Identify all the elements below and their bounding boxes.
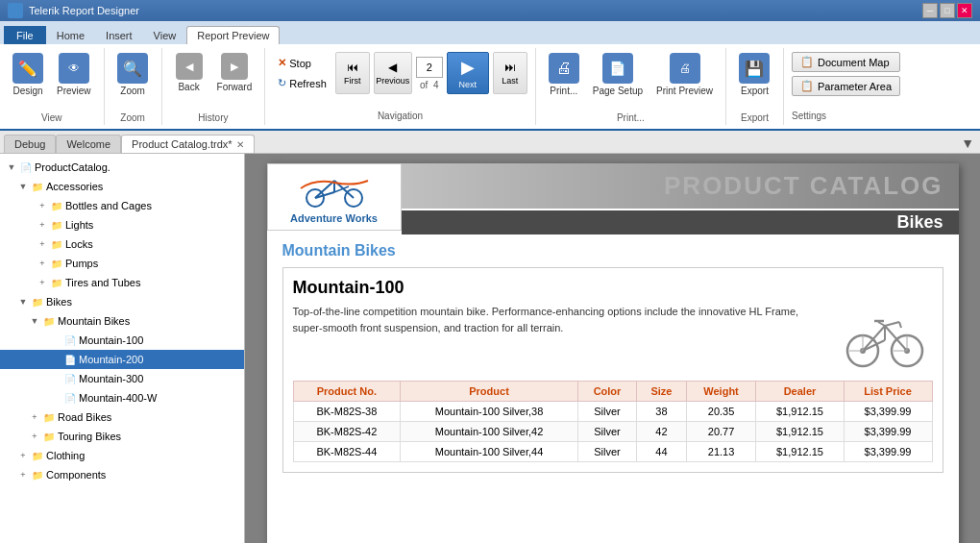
tab-view[interactable]: View (143, 26, 187, 44)
tab-product-catalog[interactable]: Product Catalog.trdx* ✕ (121, 135, 255, 153)
tab-report-preview[interactable]: Report Preview (186, 26, 280, 44)
refresh-label: Refresh (289, 78, 327, 89)
forward-button[interactable]: ▶ Forward (212, 50, 257, 95)
m400w-icon: 📄 (63, 391, 77, 405)
param-icon: 📋 (800, 80, 814, 92)
svg-line-16 (899, 322, 901, 328)
zoom-button[interactable]: 🔍 Zoom (112, 50, 153, 99)
report-area: Adventure Works PRODUCT CATALOG Bikes Mo… (245, 154, 980, 543)
pumps-label: Pumps (65, 258, 98, 269)
tree-item-mountain-400w[interactable]: + 📄 Mountain-400-W (0, 388, 244, 407)
accessories-icon: 📁 (31, 180, 44, 193)
document-tabs: Debug Welcome Product Catalog.trdx* ✕ ▼ (0, 131, 980, 154)
tree-item-mountain-200[interactable]: + 📄 Mountain-200 (0, 350, 244, 369)
m200-icon: 📄 (63, 353, 77, 366)
design-label: Design (12, 86, 42, 96)
ribbon-group-view: ✏️ Design 👁 Preview View (0, 48, 105, 125)
product-card: Mountain-100 Top-of-the-line competition… (282, 267, 943, 473)
components-icon: 📁 (31, 468, 44, 481)
export-button[interactable]: 💾 Export (734, 50, 774, 99)
back-button[interactable]: ◀ Back (170, 50, 208, 95)
print-icon: 🖨 (549, 53, 579, 84)
previous-button[interactable]: ◀ Previous (374, 52, 412, 94)
view-group-label: View (41, 111, 62, 123)
report-subtitle: Bikes (402, 210, 959, 234)
tab-debug[interactable]: Debug (4, 135, 56, 153)
m300-icon: 📄 (63, 372, 77, 385)
title-bar: Telerik Report Designer ─ □ ✕ (0, 0, 980, 21)
ribbon-group-print: 🖨 Print... 📄 Page Setup 🖨 Print Preview … (536, 48, 726, 125)
mountain-bikes-expander: ▼ (27, 313, 42, 329)
col-product: Product (401, 382, 578, 402)
tab-insert[interactable]: Insert (95, 26, 143, 44)
first-button[interactable]: ⏮ First (335, 52, 370, 94)
refresh-button[interactable]: ↻ Refresh (273, 74, 331, 92)
preview-label: Preview (57, 86, 91, 96)
tree-item-mountain-bikes[interactable]: ▼ 📁 Mountain Bikes (0, 311, 244, 331)
tree-item-mountain-100[interactable]: + 📄 Mountain-100 (0, 331, 244, 350)
page-setup-icon: 📄 (602, 53, 633, 84)
m400w-label: Mountain-400-W (79, 392, 157, 404)
next-button[interactable]: ▶ Next (447, 52, 489, 94)
catalog-tab-label: Product Catalog.trdx* (132, 138, 233, 150)
stop-button[interactable]: ✕ Stop (273, 54, 331, 72)
tab-home[interactable]: Home (46, 26, 95, 44)
app-title: Telerik Report Designer (29, 5, 139, 16)
tree-panel: ▼ 📄 ProductCatalog. ▼ 📁 Accessories + 📁 … (0, 154, 245, 543)
export-group-label: Export (741, 111, 769, 123)
m200-label: Mountain-200 (79, 354, 143, 365)
tree-item-pumps[interactable]: + 📁 Pumps (0, 254, 244, 273)
catalog-tab-close[interactable]: ✕ (236, 139, 244, 150)
parameter-area-button[interactable]: 📋 Parameter Area (792, 76, 900, 96)
page-setup-button[interactable]: 📄 Page Setup (588, 50, 648, 99)
design-button[interactable]: ✏️ Design (8, 50, 48, 99)
close-button[interactable]: ✕ (957, 3, 972, 18)
tree-item-locks[interactable]: + 📁 Locks (0, 234, 244, 254)
lights-label: Lights (65, 219, 93, 231)
ribbon-group-settings: 📋 Document Map 📋 Parameter Area Settings (784, 48, 908, 125)
print-preview-icon: 🖨 (670, 53, 700, 84)
ribbon-tabs: File Home Insert View Report Preview (0, 21, 980, 44)
tree-item-road-bikes[interactable]: + 📁 Road Bikes (0, 407, 244, 427)
minimize-button[interactable]: ─ (922, 3, 938, 18)
tree-item-accessories[interactable]: ▼ 📁 Accessories (0, 177, 244, 196)
tab-welcome[interactable]: Welcome (56, 135, 121, 153)
tab-overflow-button[interactable]: ▼ (955, 134, 980, 153)
last-button[interactable]: ⏭ Last (493, 52, 527, 94)
maximize-button[interactable]: □ (940, 3, 955, 18)
tree-item-tires[interactable]: + 📁 Tires and Tubes (0, 273, 244, 292)
tab-file[interactable]: File (4, 26, 46, 44)
zoom-group-label: Zoom (120, 111, 145, 123)
print-button[interactable]: 🖨 Print... (544, 50, 584, 99)
print-preview-button[interactable]: 🖨 Print Preview (651, 50, 718, 99)
tree-item-components[interactable]: + 📁 Components (0, 465, 244, 484)
svg-line-17 (878, 322, 885, 326)
product-description: Top-of-the-line competition mountain bik… (293, 304, 827, 371)
clothing-icon: 📁 (31, 449, 44, 462)
tree-root[interactable]: ▼ 📄 ProductCatalog. (0, 158, 244, 177)
pumps-icon: 📁 (50, 257, 63, 270)
document-map-label: Document Map (818, 57, 890, 68)
page-number-input[interactable] (416, 57, 443, 78)
tree-item-lights[interactable]: + 📁 Lights (0, 215, 244, 234)
report-content: Mountain Bikes Mountain-100 Top-of-the-l… (267, 231, 959, 496)
document-map-button[interactable]: 📋 Document Map (792, 52, 900, 72)
tree-item-bottles[interactable]: + 📁 Bottles and Cages (0, 196, 244, 215)
tree-item-mountain-300[interactable]: + 📄 Mountain-300 (0, 369, 244, 388)
debug-tab-label: Debug (14, 138, 45, 150)
clothing-label: Clothing (46, 450, 85, 461)
tree-item-bikes[interactable]: ▼ 📁 Bikes (0, 292, 244, 311)
welcome-tab-label: Welcome (66, 138, 110, 150)
export-label: Export (741, 86, 769, 96)
tree-item-touring-bikes[interactable]: + 📁 Touring Bikes (0, 427, 244, 446)
section-title: Mountain Bikes (282, 242, 943, 259)
locks-label: Locks (65, 238, 93, 250)
preview-button[interactable]: 👁 Preview (52, 50, 96, 99)
tree-root-label: ProductCatalog. (35, 161, 110, 173)
print-label: Print... (550, 86, 577, 96)
tree-item-clothing[interactable]: + 📁 Clothing (0, 446, 244, 465)
product-table: Product No. Product Color Size Weight De… (293, 381, 933, 462)
col-product-no: Product No. (293, 382, 401, 402)
product-name: Mountain-100 (293, 278, 933, 298)
m100-label: Mountain-100 (79, 334, 143, 346)
